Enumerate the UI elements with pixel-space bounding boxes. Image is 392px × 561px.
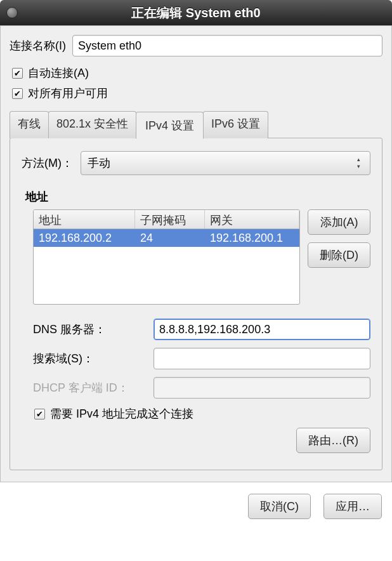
tabs: 有线 802.1x 安全性 IPv4 设置 IPv6 设置 方法(M)： 手动 … [10, 111, 382, 470]
add-address-button[interactable]: 添加(A) [308, 209, 370, 235]
titlebar: 正在编辑 System eth0 [0, 0, 392, 25]
addresses-title: 地址 [25, 189, 370, 204]
allusers-label: 对所有用户可用 [28, 86, 108, 101]
col-netmask: 子网掩码 [135, 210, 205, 228]
address-table-header: 地址 子网掩码 网关 [34, 210, 299, 229]
dhcp-client-id-label: DHCP 客户端 ID： [33, 380, 147, 395]
method-value: 手动 [88, 155, 110, 171]
cell-address: 192.168.200.2 [34, 232, 135, 245]
tabbar: 有线 802.1x 安全性 IPv4 设置 IPv6 设置 [10, 111, 382, 138]
method-label: 方法(M)： [22, 155, 73, 171]
search-domains-label: 搜索域(S)： [33, 351, 147, 366]
table-row[interactable]: 192.168.200.2 24 192.168.200.1 [34, 229, 299, 247]
allusers-checkbox[interactable]: ✔ [12, 88, 23, 99]
tab-wired[interactable]: 有线 [10, 111, 49, 138]
require-ipv4-checkbox[interactable]: ✔ [34, 409, 45, 419]
dns-label: DNS 服务器： [33, 322, 147, 337]
require-ipv4-label: 需要 IPv4 地址完成这个连接 [50, 406, 193, 421]
delete-address-button[interactable]: 删除(D) [308, 242, 370, 268]
cancel-button[interactable]: 取消(C) [248, 494, 311, 519]
search-domains-input[interactable] [154, 348, 370, 369]
autoconnect-label: 自动连接(A) [28, 65, 89, 81]
cell-netmask: 24 [135, 232, 205, 245]
dhcp-client-id-input [154, 377, 370, 399]
cell-gateway: 192.168.200.1 [205, 232, 299, 245]
window-title: 正在编辑 System eth0 [0, 4, 392, 22]
connection-name-input[interactable] [72, 35, 382, 56]
connection-name-label: 连接名称(I) [10, 38, 66, 53]
window-close-button[interactable] [6, 7, 18, 18]
updown-icon: ▴▾ [351, 154, 366, 172]
routes-button[interactable]: 路由…(R) [296, 428, 370, 453]
col-gateway: 网关 [205, 210, 299, 228]
ipv4-panel: 方法(M)： 手动 ▴▾ 地址 地址 子网掩码 网关 192.168.200.2 [10, 138, 382, 470]
address-table[interactable]: 地址 子网掩码 网关 192.168.200.2 24 192.168.200.… [33, 209, 300, 305]
tab-ipv4[interactable]: IPv4 设置 [136, 112, 204, 139]
dns-input[interactable] [154, 319, 370, 340]
autoconnect-checkbox[interactable]: ✔ [12, 68, 23, 79]
tab-8021x[interactable]: 802.1x 安全性 [48, 111, 136, 138]
apply-button[interactable]: 应用… [323, 494, 382, 519]
method-combobox[interactable]: 手动 ▴▾ [81, 151, 370, 175]
dialog-body: 连接名称(I) ✔ 自动连接(A) ✔ 对所有用户可用 有线 802.1x 安全… [0, 25, 392, 482]
tab-ipv6[interactable]: IPv6 设置 [203, 111, 268, 138]
col-address: 地址 [34, 210, 135, 228]
dialog-footer: 取消(C) 应用… [0, 482, 392, 523]
